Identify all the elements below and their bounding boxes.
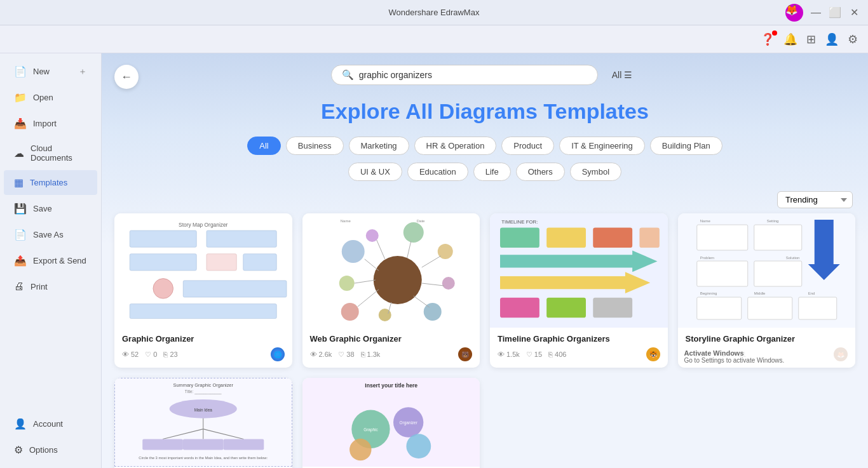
svg-text:Beginning: Beginning (700, 291, 717, 295)
chip-marketing[interactable]: Marketing (349, 137, 409, 155)
svg-text:End: End (808, 291, 815, 295)
svg-rect-65 (224, 439, 264, 450)
svg-text:Problem: Problem (700, 256, 714, 260)
person-icon[interactable]: 👤 (825, 32, 839, 46)
svg-rect-3 (130, 254, 196, 271)
saveas-icon: 📄 (14, 229, 27, 241)
sidebar-item-export[interactable]: 📤 Export & Send (4, 248, 97, 273)
sidebar-item-save[interactable]: 💾 Save (4, 196, 97, 221)
views-icon: 👁 1.5k (498, 351, 520, 358)
svg-point-14 (423, 303, 441, 321)
sidebar-item-account[interactable]: 👤 Account (4, 411, 97, 436)
sidebar-item-label-open: Open (33, 93, 53, 102)
toolbar: ❓ 🔔 ⊞ 👤 ⚙ (0, 25, 868, 53)
sidebar: 📄 New ＋ 📁 Open 📥 Import ☁ Cloud Document… (0, 53, 102, 468)
template-card-insert-title[interactable]: Insert your title here Graphic Organizer… (302, 378, 480, 468)
export-icon: 📤 (14, 255, 27, 267)
maximize-button[interactable]: ⬜ (829, 6, 841, 18)
sidebar-item-label-print: Print (31, 282, 48, 291)
sidebar-item-new[interactable]: 📄 New ＋ (4, 59, 97, 84)
chip-building[interactable]: Building Plan (650, 137, 722, 155)
notification-icon[interactable]: 🔔 (783, 32, 797, 46)
template-card-timeline[interactable]: TIMELINE FOR: (490, 213, 668, 368)
sidebar-item-options[interactable]: ⚙ Options (4, 438, 97, 462)
svg-rect-63 (142, 439, 183, 450)
hero-title: Explore All Diagrams Templates (114, 99, 855, 124)
svg-line-29 (376, 240, 384, 259)
settings-icon[interactable]: ⚙ (848, 32, 858, 46)
svg-rect-8 (130, 304, 276, 319)
sidebar-item-cloud[interactable]: ☁ Cloud Documents (4, 137, 97, 169)
chip-life[interactable]: Life (473, 163, 511, 181)
chip-business[interactable]: Business (286, 137, 344, 155)
card-info-web-graphic-organizer: Web Graphic Organizer 👁 2.6k ♡ 38 ⎘ 1.3k… (302, 328, 480, 368)
chip-others[interactable]: Others (516, 163, 565, 181)
chip-education[interactable]: Education (407, 163, 468, 181)
svg-line-28 (407, 241, 410, 258)
back-button[interactable]: ← (114, 65, 139, 89)
copies-icon: ⎘ 406 (548, 351, 566, 358)
svg-text:Middle: Middle (754, 291, 765, 295)
card-info-timeline: Timeline Graphic Organizers 👁 1.5k ♡ 15 … (490, 328, 668, 368)
svg-rect-5 (243, 254, 277, 271)
grid-icon[interactable]: ⊞ (806, 32, 816, 46)
main-layout: 📄 New ＋ 📁 Open 📥 Import ☁ Cloud Document… (0, 53, 868, 468)
svg-line-22 (354, 280, 375, 283)
svg-rect-31 (500, 228, 539, 248)
svg-line-27 (421, 256, 440, 267)
window-controls: 🦊 — ⬜ ✕ (785, 4, 860, 22)
chip-it[interactable]: IT & Engineering (559, 137, 645, 155)
help-icon[interactable]: ❓ (761, 32, 775, 46)
chip-all[interactable]: All (247, 137, 280, 155)
minimize-button[interactable]: — (810, 7, 822, 18)
chip-hr[interactable]: HR & Operation (414, 137, 497, 155)
template-card-summary[interactable]: Summary Graphic Organizer Title: _______… (114, 378, 292, 468)
svg-rect-47 (696, 261, 747, 286)
svg-marker-35 (500, 251, 658, 272)
sidebar-item-open[interactable]: 📁 Open (4, 85, 97, 110)
card-title-storyline: Storyline Graphic Organizer (686, 334, 848, 344)
svg-text:Name: Name (700, 219, 710, 223)
all-label: All (612, 70, 622, 80)
svg-text:Solution: Solution (785, 256, 799, 260)
sidebar-item-label-saveas: Save As (33, 230, 64, 239)
new-icon: 📄 (14, 65, 27, 77)
chip-symbol[interactable]: Symbol (570, 163, 621, 181)
activate-overlay: Activate Windows Go to Settings to activ… (678, 345, 856, 368)
views-icon: 👁 2.6k (310, 351, 332, 358)
sidebar-item-label-new: New (33, 67, 50, 76)
print-icon: 🖨 (14, 281, 24, 292)
sidebar-item-import[interactable]: 📥 Import (4, 111, 97, 136)
search-icon: 🔍 (342, 69, 354, 81)
svg-rect-38 (546, 298, 586, 318)
all-filter-btn[interactable]: All ☰ (606, 66, 639, 84)
sidebar-item-label-options: Options (29, 445, 58, 455)
svg-point-10 (341, 240, 364, 263)
svg-marker-36 (500, 272, 650, 293)
svg-text:Circle the 3 most important wo: Circle the 3 most important words in the… (139, 456, 268, 460)
likes-icon: ♡ 0 (145, 351, 157, 359)
svg-point-15 (442, 277, 454, 290)
templates-icon: ▦ (14, 177, 24, 189)
card-stats-timeline: 👁 1.5k ♡ 15 ⎘ 406 🐯 (498, 347, 660, 361)
svg-text:Graphic: Graphic (363, 427, 378, 432)
card-preview-storyline: Name Setting Problem Solution Beginning … (678, 213, 856, 328)
svg-line-62 (203, 429, 244, 439)
sort-select[interactable]: Trending Newest Most Popular (777, 191, 853, 208)
template-card-web-graphic-organizer[interactable]: Name Date Web Graph (302, 213, 480, 368)
title-bar: Wondershare EdrawMax 🦊 — ⬜ ✕ (0, 0, 868, 25)
sidebar-item-templates[interactable]: ▦ Templates (4, 170, 97, 195)
likes-icon: ♡ 38 (338, 351, 354, 359)
add-icon: ＋ (78, 66, 87, 77)
sidebar-item-saveas[interactable]: 📄 Save As (4, 222, 97, 247)
sort-bar: Trending Newest Most Popular (102, 186, 868, 213)
card-avatar-0: 🌐 (271, 347, 285, 361)
user-avatar[interactable]: 🦊 (785, 4, 803, 22)
template-card-graphic-organizer[interactable]: Story Map Organizer Graphic Organizer (114, 213, 292, 368)
template-card-storyline[interactable]: Name Setting Problem Solution Beginning … (678, 213, 856, 368)
chip-product[interactable]: Product (501, 137, 554, 155)
search-input[interactable] (359, 70, 587, 80)
chip-uiux[interactable]: UI & UX (348, 163, 402, 181)
close-button[interactable]: ✕ (848, 6, 860, 18)
sidebar-item-print[interactable]: 🖨 Print (4, 274, 97, 298)
